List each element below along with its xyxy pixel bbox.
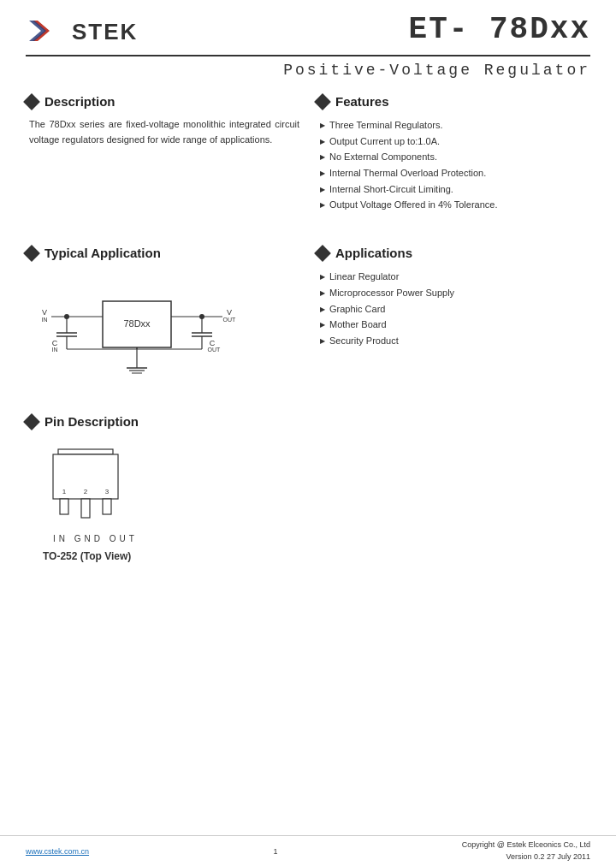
footer-copyright-text: Copyright @ Estek Elceonics Co., Ltd [462,839,590,851]
row-desc-features: Description The 78Dxx series are fixed-v… [26,94,590,213]
features-section: Features Three Terminal Regulators.Outpu… [317,94,590,213]
footer: www.cstek.com.cn 1 Copyright @ Estek Elc… [0,835,616,866]
svg-text:IN: IN [52,347,58,353]
stek-logo-icon [26,15,65,48]
applications-title: Applications [317,246,590,260]
description-text: The 78Dxx series are fixed-voltage monol… [26,117,299,147]
diamond-icon-3 [23,245,40,262]
part-number: ET- 78Dxx [409,12,590,47]
application-item: Security Product [320,333,590,349]
header: STEK ET- 78Dxx [0,0,616,48]
svg-rect-33 [60,499,68,514]
svg-point-28 [199,314,204,319]
svg-text:1: 1 [62,488,67,495]
svg-rect-35 [103,499,111,514]
typical-app-label: Typical Application [44,246,161,260]
pin-description-section: Pin Description 1 [26,414,590,562]
applications-list: Linear RegulatorMicroprocessor Power Sup… [317,269,590,348]
footer-page: 1 [273,847,277,856]
feature-item: Internal Thermal Overload Protection. [320,165,590,181]
pin-view-label: TO-252 (Top View) [34,550,590,562]
svg-rect-34 [81,499,90,518]
svg-text:78Dxx: 78Dxx [123,318,151,329]
pin-description-title: Pin Description [26,414,590,429]
applications-section: Applications Linear RegulatorMicroproces… [317,246,590,380]
features-title: Features [317,94,590,109]
diamond-icon-5 [23,413,40,430]
footer-version: Version 0.2 27 July 2011 [462,851,590,863]
feature-item: Output Voltage Offered in 4% Tolerance. [320,197,590,213]
page: STEK ET- 78Dxx Positive-Voltage Regulato… [0,0,616,866]
circuit-diagram: 78Dxx V IN V OUT [26,269,299,380]
application-item: Graphic Card [320,301,590,317]
feature-item: Internal Short-Circuit Limiting. [320,181,590,198]
svg-text:2: 2 [84,488,88,495]
features-label: Features [335,94,389,109]
feature-item: Three Terminal Regulators. [320,117,590,133]
svg-text:IN: IN [42,317,48,323]
to252-svg: 1 2 3 [34,442,137,528]
svg-text:OUT: OUT [223,317,237,323]
circuit-svg: 78Dxx V IN V OUT [34,269,240,380]
description-section: Description The 78Dxx series are fixed-v… [26,94,299,213]
svg-text:V: V [42,308,47,317]
svg-text:3: 3 [105,488,110,495]
logo: STEK [26,15,138,48]
svg-rect-31 [58,449,113,454]
diamond-icon-4 [314,245,331,262]
application-item: Mother Board [320,317,590,333]
description-label: Description [44,94,116,109]
pin-diagram: 1 2 3 IN GND OUT TO-252 (Top View) [26,442,590,562]
svg-marker-1 [29,21,46,41]
features-list: Three Terminal Regulators.Output Current… [317,117,590,213]
svg-text:V: V [227,308,232,317]
pin-labels: IN GND OUT [34,534,590,543]
svg-point-20 [64,314,69,319]
row-app: Typical Application 78Dxx V IN V [26,246,590,380]
footer-copyright: Copyright @ Estek Elceonics Co., Ltd Ver… [462,839,590,863]
typical-app-title: Typical Application [26,246,299,260]
applications-label: Applications [335,246,412,260]
company-name: STEK [72,19,138,45]
pin-description-label: Pin Description [44,414,139,429]
diamond-icon [23,93,40,110]
typical-app-section: Typical Application 78Dxx V IN V [26,246,299,380]
feature-item: Output Current up to:1.0A. [320,133,590,150]
description-title: Description [26,94,299,109]
diamond-icon-2 [314,93,331,110]
footer-website[interactable]: www.cstek.com.cn [26,847,89,856]
svg-text:OUT: OUT [208,347,222,353]
main-content: Description The 78Dxx series are fixed-v… [0,79,616,562]
feature-item: No External Components. [320,149,590,165]
application-item: Linear Regulator [320,269,590,285]
subtitle: Positive-Voltage Regulator [0,56,616,79]
application-item: Microprocessor Power Supply [320,285,590,301]
